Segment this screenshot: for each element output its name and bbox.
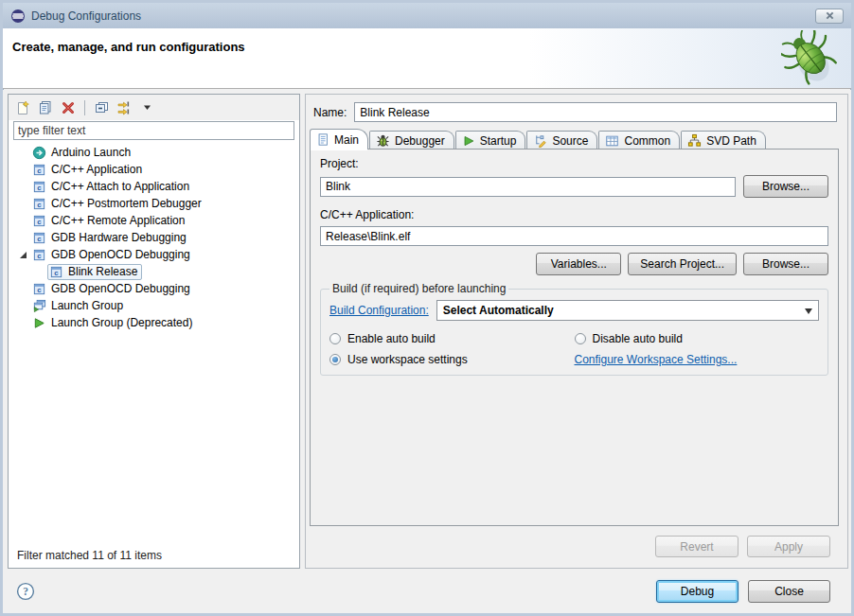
tab-label: SVD Path xyxy=(706,134,756,148)
svd-path-tab-icon xyxy=(687,133,702,148)
configure-workspace-settings-link[interactable]: Configure Workspace Settings... xyxy=(575,353,820,366)
revert-button[interactable]: Revert xyxy=(655,536,738,557)
application-input[interactable] xyxy=(320,226,828,246)
expanded-twistie-icon[interactable] xyxy=(16,251,30,259)
close-window-button[interactable] xyxy=(815,9,844,24)
tree-item-label: Blink Release xyxy=(68,265,137,278)
dialog-content: Arduino LaunchcC/C++ ApplicationcC/C++ A… xyxy=(3,90,851,613)
project-browse-button[interactable]: Browse... xyxy=(743,175,828,198)
delete-configuration-button[interactable] xyxy=(58,97,79,118)
filter-input[interactable] xyxy=(13,121,294,140)
tree-item-label: C/C++ Attach to Application xyxy=(51,180,189,193)
project-label: Project: xyxy=(320,157,828,170)
radio-icon xyxy=(575,333,586,344)
c-app-icon: c xyxy=(32,214,46,228)
c-app-icon: c xyxy=(32,180,46,194)
source-tab-icon xyxy=(533,133,547,148)
tab-label: Common xyxy=(624,134,670,148)
tree-item-c-c-attach-to-application[interactable]: cC/C++ Attach to Application xyxy=(9,178,299,195)
tab-debugger[interactable]: Debugger xyxy=(369,131,454,150)
tree-item-c-c-application[interactable]: cC/C++ Application xyxy=(9,161,299,178)
search-project-button[interactable]: Search Project... xyxy=(628,253,737,275)
collapse-all-icon xyxy=(94,100,109,115)
svg-text:c: c xyxy=(37,218,42,226)
tree-item-c-c-postmortem-debugger[interactable]: cC/C++ Postmortem Debugger xyxy=(9,195,299,212)
build-configuration-select[interactable]: Select Automatically xyxy=(436,300,819,321)
svg-text:c: c xyxy=(54,269,59,277)
toolbar-separator xyxy=(84,100,85,115)
c-app-icon: c xyxy=(32,163,46,177)
tree-item-arduino-launch[interactable]: Arduino Launch xyxy=(9,144,299,161)
use-workspace-settings-radio[interactable]: Use workspace settings xyxy=(329,353,575,366)
config-tabs: MainDebuggerStartupSourceCommonSVD Path xyxy=(310,130,839,150)
tab-common[interactable]: Common xyxy=(598,131,680,150)
tree-item-launch-group-deprecated[interactable]: Launch Group (Deprecated) xyxy=(9,314,299,331)
radio-icon xyxy=(329,354,341,365)
tree-item-label: Launch Group (Deprecated) xyxy=(51,316,192,329)
help-icon[interactable]: ? xyxy=(16,582,35,601)
tree-item-label: Launch Group xyxy=(51,299,123,312)
disable-auto-build-radio[interactable]: Disable auto build xyxy=(575,332,820,345)
tree-item-blink-release[interactable]: cBlink Release xyxy=(9,263,299,280)
build-configuration-value: Select Automatically xyxy=(443,304,554,317)
build-group-title: Build (if required) before launching xyxy=(329,282,508,295)
build-configuration-link[interactable]: Build Configuration: xyxy=(329,304,429,317)
debug-button[interactable]: Debug xyxy=(656,580,738,603)
tree-item-label: Arduino Launch xyxy=(51,146,131,159)
configurations-sidebar: Arduino LaunchcC/C++ ApplicationcC/C++ A… xyxy=(8,94,300,569)
svg-text:c: c xyxy=(37,252,42,260)
apply-button[interactable]: Apply xyxy=(747,536,830,557)
new-config-icon xyxy=(15,100,30,115)
radio-icon xyxy=(329,333,341,344)
c-app-icon: c xyxy=(32,248,46,262)
close-button[interactable]: Close xyxy=(748,580,830,603)
common-tab-icon xyxy=(605,134,619,148)
tab-startup[interactable]: Startup xyxy=(455,131,526,150)
name-label: Name: xyxy=(313,106,347,119)
tab-source[interactable]: Source xyxy=(526,131,597,150)
variables-button[interactable]: Variables... xyxy=(536,253,621,275)
tab-svd-path[interactable]: SVD Path xyxy=(681,131,766,150)
tree-item-gdb-openocd-debugging[interactable]: cGDB OpenOCD Debugging xyxy=(9,280,299,297)
build-group: Build (if required) before launching Bui… xyxy=(320,282,828,376)
filter-menu-button[interactable] xyxy=(136,97,157,118)
close-icon xyxy=(826,11,834,20)
duplicate-configuration-button[interactable] xyxy=(35,97,56,118)
tree-item-launch-group[interactable]: Launch Group xyxy=(9,297,299,314)
c-app-icon: c xyxy=(32,282,46,296)
chevron-down-icon xyxy=(805,308,812,318)
tree-item-gdb-openocd-debugging[interactable]: cGDB OpenOCD Debugging xyxy=(9,246,299,263)
application-label: C/C++ Application: xyxy=(320,208,828,221)
configurations-tree: Arduino LaunchcC/C++ ApplicationcC/C++ A… xyxy=(9,144,299,331)
title-bar[interactable]: Debug Configurations xyxy=(3,3,851,28)
tree-item-label: C/C++ Postmortem Debugger xyxy=(51,197,202,210)
tree-item-label: GDB OpenOCD Debugging xyxy=(51,248,190,261)
chevron-down-icon xyxy=(143,103,151,112)
configuration-editor: Name: MainDebuggerStartupSourceCommonSVD… xyxy=(305,94,848,569)
duplicate-icon xyxy=(38,100,53,115)
bug-graphic-icon xyxy=(781,30,840,87)
filter-icon xyxy=(116,100,132,115)
c-app-icon: c xyxy=(49,265,63,279)
tree-item-c-c-remote-application[interactable]: cC/C++ Remote Application xyxy=(9,212,299,229)
tree-item-gdb-hardware-debugging[interactable]: cGDB Hardware Debugging xyxy=(9,229,299,246)
filter-configurations-button[interactable] xyxy=(114,97,134,118)
name-input[interactable] xyxy=(354,102,837,122)
debugger-tab-icon xyxy=(376,133,390,148)
new-configuration-button[interactable] xyxy=(12,97,33,118)
filter-status-text: Filter matched 11 of 11 items xyxy=(17,549,162,562)
window-title: Debug Configurations xyxy=(31,9,141,23)
application-browse-button[interactable]: Browse... xyxy=(743,253,828,275)
svg-text:c: c xyxy=(37,286,42,294)
arduino-launch-icon xyxy=(32,146,46,160)
tree-item-label: C/C++ Remote Application xyxy=(51,214,185,227)
tree-item-label: GDB OpenOCD Debugging xyxy=(51,282,190,295)
delete-icon xyxy=(61,100,76,115)
tab-main[interactable]: Main xyxy=(310,129,368,150)
project-input[interactable] xyxy=(320,177,736,197)
svg-text:?: ? xyxy=(23,586,28,597)
collapse-all-button[interactable] xyxy=(91,97,112,118)
eclipse-icon xyxy=(10,9,26,24)
tree-item-label: C/C++ Application xyxy=(51,163,142,176)
enable-auto-build-radio[interactable]: Enable auto build xyxy=(329,332,575,345)
